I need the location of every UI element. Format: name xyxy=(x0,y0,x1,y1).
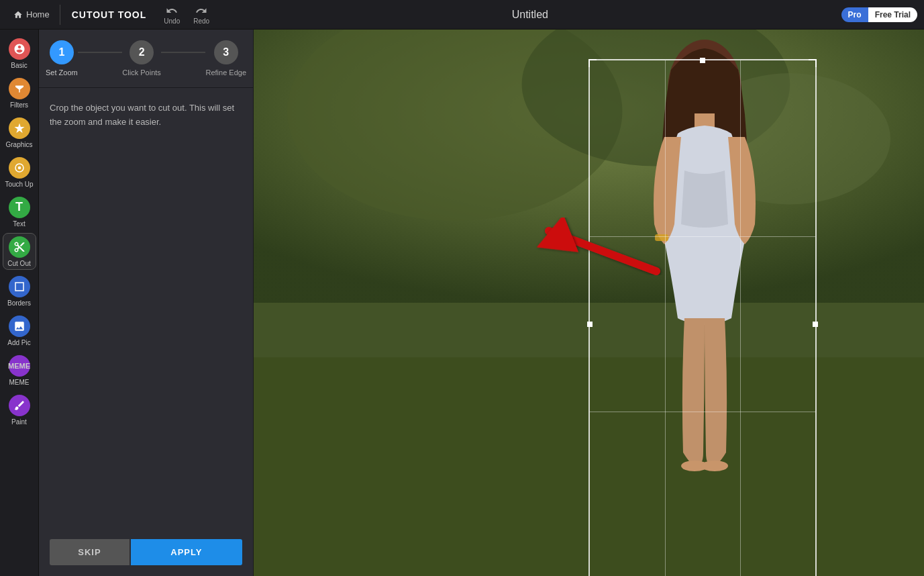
redo-label: Redo xyxy=(193,17,209,25)
text-icon: T xyxy=(9,197,30,218)
sidebar-item-borders[interactable]: Borders xyxy=(3,273,36,309)
document-title: Untitled xyxy=(219,9,841,21)
borders-icon xyxy=(9,276,30,297)
sidebar-item-graphics[interactable]: Graphics xyxy=(3,114,36,151)
instructions-text: Crop the object you want to cut out. Thi… xyxy=(50,101,242,130)
svg-point-1 xyxy=(17,166,21,169)
paint-icon xyxy=(9,395,30,416)
skip-button[interactable]: SKIP xyxy=(50,539,130,565)
topbar-actions: Undo Redo xyxy=(154,3,219,26)
sidebar-item-paint[interactable]: Paint xyxy=(3,391,36,428)
svg-point-14 xyxy=(701,461,728,471)
step-3-circle: 3 xyxy=(214,40,238,64)
graphics-label: Graphics xyxy=(5,141,32,148)
svg-rect-12 xyxy=(655,234,668,241)
touchup-icon xyxy=(9,157,30,179)
step-1-circle: 1 xyxy=(50,40,74,64)
tool-panel: 1 Set Zoom 2 Click Points 3 Refine Edge xyxy=(39,30,254,576)
sidebar-item-addpic[interactable]: Add Pic xyxy=(3,312,36,349)
undo-button[interactable]: Undo xyxy=(158,3,185,26)
touchup-label: Touch Up xyxy=(5,181,33,188)
sidebar-item-cutout[interactable]: Cut Out xyxy=(3,233,36,270)
canvas-area[interactable] xyxy=(254,30,924,576)
step-connector-1 xyxy=(78,52,123,53)
tool-name: CUTOUT TOOL xyxy=(64,9,155,20)
sidebar-item-basic[interactable]: Basic xyxy=(3,35,36,72)
step-1-label: Set Zoom xyxy=(46,68,78,77)
cutout-icon xyxy=(9,236,30,258)
text-label: Text xyxy=(13,220,25,228)
sidebar-item-text[interactable]: T Text xyxy=(3,193,36,230)
borders-label: Borders xyxy=(7,299,31,307)
topbar: Home CUTOUT TOOL Undo Redo Untitled Pro … xyxy=(0,0,924,30)
steps-header: 1 Set Zoom 2 Click Points 3 Refine Edge xyxy=(39,30,253,88)
addpic-label: Add Pic xyxy=(7,339,30,346)
meme-label: MEME xyxy=(9,379,30,386)
basic-label: Basic xyxy=(11,62,27,69)
step-1[interactable]: 1 Set Zoom xyxy=(46,40,78,77)
pro-badge: Pro xyxy=(841,7,868,22)
home-label: Home xyxy=(26,9,50,19)
sidebar-item-touchup[interactable]: Touch Up xyxy=(3,154,36,191)
cutout-label: Cut Out xyxy=(7,260,30,267)
topbar-divider xyxy=(60,5,60,25)
main-content: Basic Filters Graphics Touch Up T Text xyxy=(0,30,924,576)
instructions: Crop the object you want to cut out. Thi… xyxy=(39,88,253,143)
left-sidebar: Basic Filters Graphics Touch Up T Text xyxy=(0,30,39,576)
sidebar-item-filters[interactable]: Filters xyxy=(3,75,36,111)
step-3[interactable]: 3 Refine Edge xyxy=(205,40,246,77)
action-buttons: SKIP APPLY xyxy=(39,528,253,576)
filters-label: Filters xyxy=(10,101,28,109)
panel-spacer xyxy=(39,143,253,528)
paint-label: Paint xyxy=(11,418,27,426)
step-2-label: Click Points xyxy=(122,68,160,77)
sidebar-item-meme[interactable]: MEME MEME xyxy=(3,352,36,389)
basic-icon xyxy=(9,38,30,60)
step-connector-2 xyxy=(161,52,206,53)
step-2-circle: 2 xyxy=(130,40,154,64)
redo-button[interactable]: Redo xyxy=(188,3,215,26)
undo-label: Undo xyxy=(164,17,180,25)
filters-icon xyxy=(9,78,30,99)
topbar-right: Pro Free Trial xyxy=(841,7,917,22)
meme-icon: MEME xyxy=(9,355,30,377)
free-trial-badge[interactable]: Free Trial xyxy=(868,7,917,22)
addpic-icon xyxy=(9,316,30,337)
home-button[interactable]: Home xyxy=(7,9,56,19)
step-2[interactable]: 2 Click Points xyxy=(122,40,160,77)
pro-free-trial-badge[interactable]: Pro Free Trial xyxy=(841,7,917,22)
step-3-label: Refine Edge xyxy=(205,68,246,77)
graphics-icon xyxy=(9,117,30,139)
person-subject xyxy=(588,30,820,576)
apply-button[interactable]: APPLY xyxy=(131,539,242,565)
